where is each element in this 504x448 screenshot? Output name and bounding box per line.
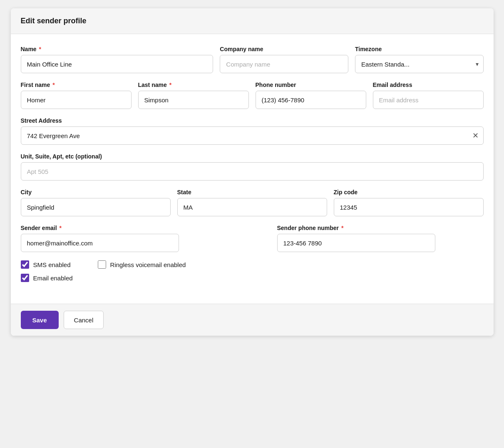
row-city-state-zip: City State Zip code [21, 189, 484, 216]
name-input[interactable] [21, 55, 214, 73]
group-sender-phone: Sender phone number * [277, 225, 435, 252]
email-enabled-checkbox[interactable] [21, 274, 29, 282]
modal-footer: Save Cancel [11, 304, 494, 336]
ringless-voicemail-checkbox-item[interactable]: Ringless voicemail enabled [98, 260, 186, 269]
sender-phone-input[interactable] [277, 234, 435, 252]
group-company: Company name [220, 46, 348, 73]
phone-label: Phone number [256, 82, 366, 88]
email-enabled-checkbox-item[interactable]: Email enabled [21, 274, 73, 282]
group-zip: Zip code [334, 189, 484, 216]
lastname-input[interactable] [138, 91, 249, 109]
phone-input[interactable] [256, 91, 366, 109]
sender-phone-label: Sender phone number * [277, 225, 435, 231]
row-unit: Unit, Suite, Apt, etc (optional) [21, 153, 484, 181]
edit-sender-profile-modal: Edit sender profile Name * Company name … [11, 8, 494, 336]
right-checkboxes: Ringless voicemail enabled [98, 260, 186, 282]
street-clear-button[interactable]: ✕ [472, 132, 479, 139]
group-street: Street Address ✕ [21, 117, 484, 145]
group-city: City [21, 189, 171, 216]
sender-email-label: Sender email * [21, 225, 179, 231]
timezone-select-wrapper: Eastern Standa... ▾ [355, 55, 484, 73]
group-name: Name * [21, 46, 214, 73]
firstname-label: First name * [21, 82, 132, 88]
group-timezone: Timezone Eastern Standa... ▾ [355, 46, 484, 73]
group-email: Email address [373, 82, 484, 109]
lastname-label: Last name * [138, 82, 249, 88]
sms-enabled-checkbox[interactable] [21, 260, 29, 269]
group-firstname: First name * [21, 82, 132, 109]
group-phone: Phone number [256, 82, 366, 109]
sender-email-input[interactable] [21, 234, 179, 252]
row-sender: Sender email * Sender phone number * [21, 225, 484, 252]
city-label: City [21, 189, 171, 196]
sms-enabled-label: SMS enabled [33, 261, 71, 268]
email-label: Email address [373, 82, 484, 88]
state-label: State [177, 189, 327, 196]
zip-label: Zip code [334, 189, 484, 196]
group-sender-email: Sender email * [21, 225, 179, 252]
firstname-input[interactable] [21, 91, 132, 109]
email-input[interactable] [373, 91, 484, 109]
modal-body: Name * Company name Timezone Eastern Sta… [11, 34, 494, 304]
cancel-button[interactable]: Cancel [64, 311, 104, 329]
row-names-phone-email: First name * Last name * Phone number Em… [21, 82, 484, 109]
group-unit: Unit, Suite, Apt, etc (optional) [21, 153, 484, 181]
left-checkboxes: SMS enabled Email enabled [21, 260, 73, 282]
state-input[interactable] [177, 198, 327, 216]
modal-header: Edit sender profile [11, 8, 494, 34]
save-button[interactable]: Save [21, 311, 59, 329]
unit-label: Unit, Suite, Apt, etc (optional) [21, 153, 484, 160]
sms-enabled-checkbox-item[interactable]: SMS enabled [21, 260, 73, 269]
street-label: Street Address [21, 117, 484, 124]
modal-title: Edit sender profile [21, 17, 484, 25]
group-lastname: Last name * [138, 82, 249, 109]
company-input[interactable] [220, 55, 348, 73]
timezone-label: Timezone [355, 46, 484, 52]
unit-input[interactable] [21, 162, 484, 181]
group-state: State [177, 189, 327, 216]
email-enabled-label: Email enabled [33, 275, 73, 282]
company-label: Company name [220, 46, 348, 52]
zip-input[interactable] [334, 198, 484, 216]
row-name-company-timezone: Name * Company name Timezone Eastern Sta… [21, 46, 484, 73]
ringless-voicemail-checkbox[interactable] [98, 260, 106, 269]
city-input[interactable] [21, 198, 171, 216]
street-input[interactable] [21, 126, 484, 145]
ringless-voicemail-label: Ringless voicemail enabled [110, 261, 186, 268]
row-street: Street Address ✕ [21, 117, 484, 145]
checkboxes-row: SMS enabled Email enabled Ringless voice… [21, 260, 484, 282]
street-input-wrapper: ✕ [21, 126, 484, 145]
name-label: Name * [21, 46, 214, 52]
timezone-select[interactable]: Eastern Standa... [355, 55, 484, 73]
